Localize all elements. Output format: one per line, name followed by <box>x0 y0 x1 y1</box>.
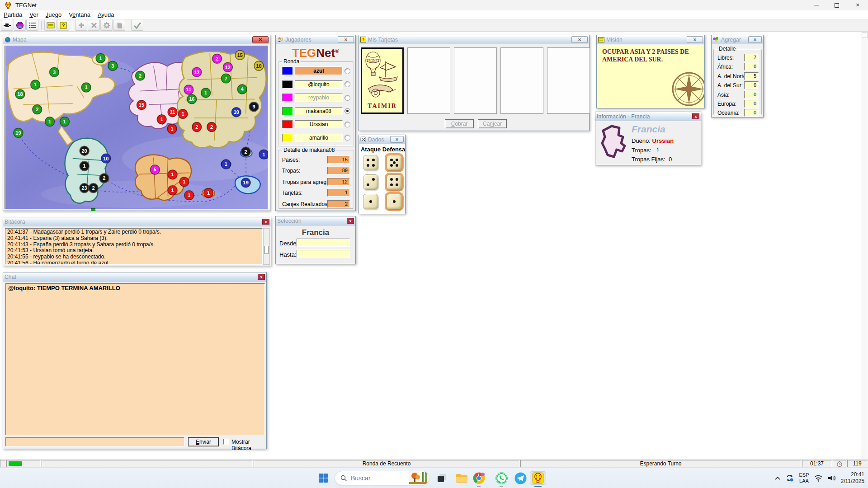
search-input[interactable] <box>351 474 409 482</box>
troop-marker[interactable]: 3 <box>108 61 118 70</box>
troop-marker[interactable]: 1 <box>204 188 213 198</box>
chat-messages[interactable]: @loquito: TIEMPO TERMINA AMARILLO <box>5 283 265 435</box>
troop-marker[interactable]: 2 <box>212 54 222 63</box>
troop-marker[interactable]: 1 <box>179 177 189 187</box>
troop-marker[interactable]: 20 <box>80 146 89 155</box>
tray-clock[interactable]: 20:41 2/11/2025 <box>841 471 865 485</box>
app-titlebar[interactable]: TEGNet <box>0 0 868 10</box>
selection-close-button[interactable]: x <box>347 218 354 224</box>
troop-marker[interactable]: 11 <box>168 108 177 117</box>
sync-icon[interactable] <box>785 474 794 483</box>
troop-marker[interactable]: 3 <box>50 67 59 77</box>
troop-marker[interactable]: 2 <box>241 147 250 156</box>
troop-marker[interactable]: 19 <box>14 128 23 137</box>
volume-icon[interactable] <box>827 474 836 482</box>
troop-marker[interactable]: 1 <box>157 115 166 124</box>
empty-card-slot[interactable] <box>454 47 497 114</box>
cobrar-button[interactable]: Cobrar <box>445 119 474 128</box>
menu-item-partida[interactable]: Partida <box>0 11 26 19</box>
log-close-button[interactable]: x <box>262 219 269 225</box>
cards-button[interactable] <box>44 20 57 31</box>
troop-marker[interactable]: 2 <box>207 122 217 132</box>
troop-marker[interactable]: 2 <box>99 174 109 183</box>
troop-marker[interactable]: 1 <box>81 83 91 92</box>
troop-marker[interactable]: 1 <box>178 109 188 119</box>
mdi-scrollbar[interactable] <box>861 32 868 459</box>
empty-card-slot[interactable] <box>407 47 450 114</box>
map-titlebar[interactable]: Mapa ✕ <box>3 35 270 44</box>
troop-marker[interactable]: 18 <box>15 89 25 99</box>
player-radio[interactable] <box>344 122 350 127</box>
language-indicator[interactable]: ESP LAA <box>799 472 809 484</box>
troop-marker[interactable]: 1 <box>168 186 177 195</box>
map-close-button[interactable]: ✕ <box>252 36 269 43</box>
tegnet-taskbar-button[interactable] <box>530 471 546 485</box>
list-button[interactable] <box>26 20 38 31</box>
player-radio[interactable] <box>344 95 350 101</box>
troop-marker[interactable]: 2 <box>192 122 202 132</box>
troop-marker[interactable]: 1 <box>184 191 194 200</box>
log-list[interactable]: 20:41:37 - Madagascar perdió 1 tropa/s y… <box>5 228 263 265</box>
chat-close-button[interactable]: x <box>258 274 265 280</box>
troop-marker[interactable]: 1 <box>60 117 69 127</box>
telegram-button[interactable] <box>514 471 527 485</box>
player-radio[interactable] <box>344 81 350 87</box>
troop-marker[interactable]: 4 <box>237 84 247 94</box>
chrome-button[interactable] <box>472 471 486 485</box>
troop-marker[interactable]: 19 <box>241 178 250 188</box>
troop-marker[interactable]: 16 <box>187 94 197 104</box>
scrollbar-thumb[interactable] <box>264 246 269 254</box>
player-radio[interactable] <box>344 108 350 114</box>
mission-close-button[interactable]: ✕ <box>687 36 703 43</box>
troop-marker[interactable]: 12 <box>223 62 232 72</box>
attack-button[interactable] <box>88 20 100 31</box>
log-titlebar[interactable]: Bitácora x <box>3 217 271 226</box>
start-button[interactable] <box>316 471 330 485</box>
map-resize-grip[interactable] <box>91 208 95 211</box>
map-canvas[interactable]: 3113118211192122121116151111221151074191… <box>5 46 269 209</box>
troop-marker[interactable]: 1 <box>259 150 268 159</box>
whatsapp-button[interactable] <box>495 471 508 485</box>
troop-marker[interactable]: 10 <box>101 154 111 163</box>
close-button[interactable]: ✕ <box>847 0 868 10</box>
troop-marker[interactable]: 1 <box>221 160 231 169</box>
show-log-checkbox[interactable] <box>223 439 229 445</box>
info-close-button[interactable]: x <box>692 113 699 119</box>
regroup-button[interactable] <box>100 20 113 31</box>
add-close-button[interactable]: ✕ <box>748 36 762 43</box>
from-input[interactable] <box>297 239 350 247</box>
menu-item-ventana[interactable]: Ventana <box>65 11 94 19</box>
cards-close-button[interactable]: ✕ <box>571 36 588 43</box>
to-input[interactable] <box>297 250 350 258</box>
empty-card-slot[interactable] <box>547 47 590 114</box>
troop-marker[interactable]: 1 <box>201 88 211 98</box>
wifi-icon[interactable] <box>814 474 823 482</box>
dice-titlebar[interactable]: Dados ✕ <box>359 135 405 144</box>
info-titlebar[interactable]: Información - Francia x <box>595 112 701 121</box>
network-button[interactable] <box>14 20 26 31</box>
troop-marker[interactable]: 5 <box>150 165 160 174</box>
cards-titlebar[interactable]: ? Mis Tarjetas ✕ <box>359 35 589 44</box>
troop-marker[interactable]: 1 <box>80 161 89 171</box>
troop-marker[interactable]: 2 <box>33 105 42 114</box>
mission-button[interactable]: ? <box>57 20 69 31</box>
add-troops-button[interactable] <box>75 20 87 31</box>
mission-titlebar[interactable]: Misión ✕ <box>597 35 704 44</box>
taskbar-search[interactable] <box>335 471 429 485</box>
troop-marker[interactable]: 15 <box>235 50 245 60</box>
empty-card-slot[interactable] <box>500 47 543 114</box>
dice-close-button[interactable]: ✕ <box>390 136 404 143</box>
confirm-button[interactable] <box>131 20 143 31</box>
players-close-button[interactable]: ✕ <box>338 36 354 43</box>
tray-chevron-icon[interactable] <box>774 476 781 480</box>
troop-marker[interactable]: 23 <box>80 183 89 193</box>
chat-titlebar[interactable]: Chat x <box>3 272 266 282</box>
log-scrollbar[interactable] <box>263 228 270 265</box>
send-button[interactable]: Enviar <box>188 437 219 446</box>
selection-titlebar[interactable]: Selección x <box>276 216 355 225</box>
troop-marker[interactable]: 11 <box>184 85 193 94</box>
task-view-button[interactable] <box>435 471 448 485</box>
troop-marker[interactable]: 9 <box>249 102 259 112</box>
card-taimir[interactable]: TEGNET TAIMIR <box>361 47 404 114</box>
troop-marker[interactable]: 2 <box>136 71 145 80</box>
